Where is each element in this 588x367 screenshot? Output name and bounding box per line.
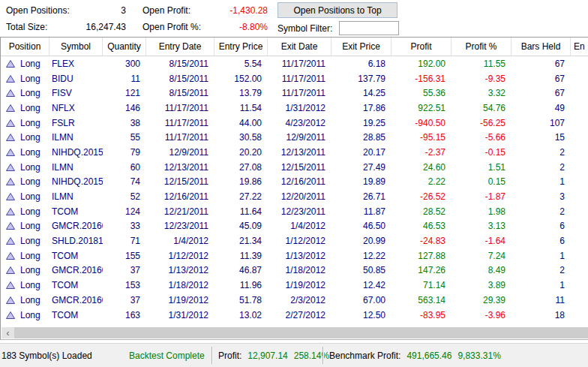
benchmark-profit-label: Benchmark Profit:: [329, 350, 400, 361]
status-separator: [212, 347, 213, 364]
cell-entry-date: 11/17/2011: [146, 103, 214, 113]
long-triangle-up-icon: [6, 296, 15, 304]
table-row[interactable]: LongFISV1218/15/201113.7911/17/201114.25…: [1, 86, 588, 101]
cell-profit-pct: 0.15: [452, 176, 512, 187]
cell-bars-held: 67: [512, 74, 571, 84]
cell-bars-held: 11: [512, 295, 571, 305]
cell-symbol: TCOM: [50, 206, 103, 217]
long-triangle-up-icon: [6, 222, 15, 230]
table-row[interactable]: LongTCOM12412/21/201111.6412/23/201111.8…: [1, 204, 588, 219]
table-row[interactable]: LongNIHDQ.201507412/15/201119.8612/16/20…: [1, 175, 588, 190]
cell-quantity: 33: [103, 221, 146, 231]
cell-exit-price: 17.86: [332, 103, 392, 113]
cell-profit: -156.31: [392, 74, 452, 84]
column-header-quantity[interactable]: Quantity: [103, 38, 146, 56]
column-header-en[interactable]: En: [571, 38, 588, 56]
cell-bars-held: 3: [512, 191, 571, 202]
cell-quantity: 37: [103, 265, 146, 275]
cell-entry-price: 11.96: [214, 280, 268, 290]
cell-profit-pct: -1.87: [452, 191, 512, 202]
scroll-left-button[interactable]: ‹: [2, 327, 14, 338]
cell-profit: 127.88: [392, 251, 452, 261]
column-header-entry-price[interactable]: Entry Price: [214, 38, 268, 56]
table-row[interactable]: LongTCOM1531/18/201211.961/19/201212.427…: [1, 278, 588, 293]
table-row[interactable]: LongGMCR.20160371/19/201251.782/3/201267…: [1, 293, 588, 308]
cell-bars-held: 2: [512, 265, 571, 275]
cell-exit-price: 20.17: [332, 147, 392, 158]
cell-bars-held: 107: [512, 118, 571, 128]
status-separator: [322, 347, 324, 364]
cell-bars-held: 49: [512, 103, 571, 113]
column-header-profit[interactable]: Profit %: [452, 38, 512, 56]
cell-entry-price: 44.00: [214, 118, 268, 128]
cell-exit-price: 12.22: [332, 251, 392, 261]
cell-quantity: 52: [103, 191, 146, 202]
cell-exit-date: 1/12/2012: [268, 236, 332, 246]
table-row[interactable]: LongFLEX3008/15/20115.5411/17/20116.1819…: [1, 56, 588, 71]
table-row[interactable]: LongTCOM1551/12/201211.391/13/201212.221…: [1, 248, 588, 263]
cell-symbol: BIDU: [50, 74, 103, 84]
table-row[interactable]: LongSHLD.201810711/4/201221.341/12/20122…: [1, 233, 588, 248]
cell-position: Long: [1, 206, 50, 217]
table-row[interactable]: LongFSLR3811/17/201144.004/23/201219.25-…: [1, 116, 588, 131]
table-row[interactable]: LongNIHDQ.201507912/9/201120.2012/13/201…: [1, 145, 588, 160]
cell-position: Long: [1, 147, 50, 158]
table-row[interactable]: LongBIDU118/15/2011152.0011/17/2011137.7…: [1, 71, 588, 86]
cell-position: Long: [1, 118, 50, 128]
table-row[interactable]: LongGMCR.201603312/23/201145.091/4/20124…: [1, 219, 588, 234]
cell-position: Long: [1, 176, 50, 187]
cell-exit-date: 12/9/2011: [268, 132, 332, 143]
column-header-symbol[interactable]: Symbol: [50, 38, 103, 56]
scrollbar-thumb[interactable]: [14, 327, 588, 338]
cell-position: Long: [1, 280, 50, 290]
benchmark-profit-status: Benchmark Profit:491,665.469,833.31%: [329, 350, 501, 361]
table-row[interactable]: LongILMN5511/17/201130.5812/9/201128.85-…: [1, 130, 588, 145]
column-header-position[interactable]: Position: [1, 38, 50, 56]
cell-exit-date: 1/4/2012: [268, 221, 332, 231]
position-direction-label: Long: [20, 118, 40, 128]
cell-profit-pct: 1.51: [452, 162, 512, 173]
column-header-exit-price[interactable]: Exit Price: [332, 38, 392, 56]
position-direction-label: Long: [20, 191, 40, 202]
horizontal-scrollbar[interactable]: ‹: [2, 327, 588, 338]
table-row[interactable]: LongTCOM1631/31/201213.022/27/201212.50-…: [1, 308, 588, 323]
cell-profit-pct: -9.35: [452, 74, 512, 84]
cell-exit-price: 6.18: [332, 59, 392, 69]
cell-position: Long: [1, 265, 50, 275]
cell-bars-held: 15: [512, 132, 571, 143]
table-row[interactable]: LongNFLX14611/17/201111.541/31/201217.86…: [1, 101, 588, 116]
position-direction-label: Long: [20, 59, 40, 69]
column-header-bars-held[interactable]: Bars Held: [512, 38, 571, 56]
cell-exit-price: 26.71: [332, 191, 392, 202]
cell-bars-held: 1: [512, 280, 571, 290]
table-row[interactable]: LongGMCR.20160371/13/201246.871/18/20125…: [1, 263, 588, 278]
position-direction-label: Long: [20, 295, 40, 305]
cell-profit: 46.53: [392, 221, 452, 231]
cell-exit-price: 67.00: [332, 295, 392, 305]
cell-profit: 147.26: [392, 265, 452, 275]
cell-quantity: 38: [103, 118, 146, 128]
cell-symbol: GMCR.20160: [50, 221, 103, 231]
position-direction-label: Long: [20, 251, 40, 261]
table-row[interactable]: LongILMN6012/13/201127.0812/15/201127.49…: [1, 160, 588, 175]
column-header-exit-date[interactable]: Exit Date: [268, 38, 332, 56]
symbol-filter-input[interactable]: [339, 21, 399, 35]
column-header-profit[interactable]: Profit: [392, 38, 452, 56]
cell-exit-price: 27.49: [332, 162, 392, 173]
cell-exit-date: 1/31/2012: [268, 103, 332, 113]
long-triangle-up-icon: [6, 252, 15, 260]
cell-entry-price: 20.20: [214, 147, 268, 158]
cell-profit: 24.60: [392, 162, 452, 173]
cell-symbol: FLEX: [50, 59, 103, 69]
long-triangle-up-icon: [6, 208, 15, 215]
cell-entry-date: 12/9/2011: [146, 147, 214, 158]
position-direction-label: Long: [20, 176, 40, 187]
table-row[interactable]: LongILMN5212/16/201127.2212/20/201126.71…: [1, 189, 588, 204]
cell-entry-price: 46.87: [214, 265, 268, 275]
column-header-entry-date[interactable]: Entry Date: [146, 38, 214, 56]
open-positions-to-top-button[interactable]: Open Positions to Top: [278, 2, 398, 18]
cell-profit: 2.22: [392, 176, 452, 187]
cell-profit: -83.95: [392, 310, 452, 320]
position-direction-label: Long: [20, 221, 40, 231]
cell-bars-held: 18: [512, 310, 571, 320]
